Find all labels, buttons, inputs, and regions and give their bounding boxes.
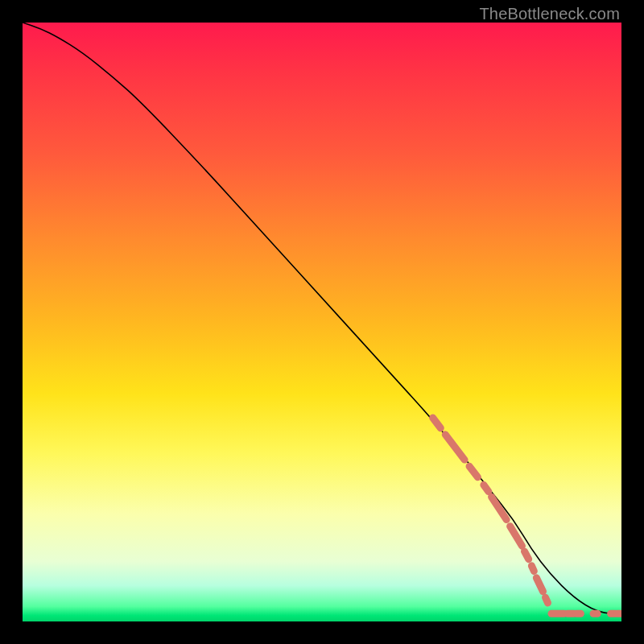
dash-segment: [469, 466, 477, 477]
dash-segment: [546, 597, 548, 603]
watermark-text: TheBottleneck.com: [479, 5, 620, 23]
chart-svg: [23, 23, 621, 621]
dash-overlay: [433, 418, 621, 613]
dash-segment: [510, 526, 522, 547]
dash-segment: [524, 551, 528, 559]
chart-stage: TheBottleneck.com: [0, 0, 644, 644]
dash-segment: [536, 578, 543, 592]
dash-segment: [433, 418, 441, 428]
bottleneck-curve: [23, 23, 621, 614]
plot-area: [23, 23, 621, 621]
dash-segment: [531, 566, 534, 572]
dash-segment: [484, 485, 489, 491]
dash-segment: [445, 435, 464, 460]
